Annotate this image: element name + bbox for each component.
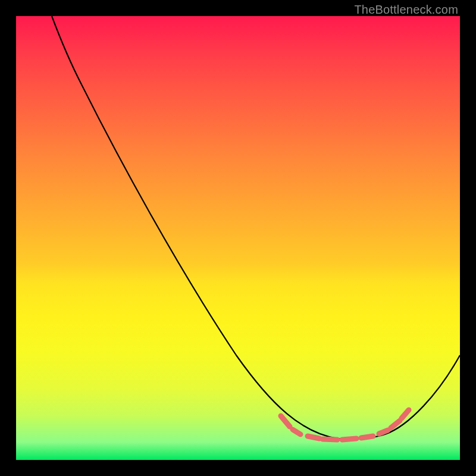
curve-marker — [379, 430, 388, 434]
curve-marker — [391, 421, 400, 428]
curve-marker — [281, 416, 290, 427]
curve-marker — [293, 430, 300, 434]
chart-container: TheBottleneck.com — [0, 0, 476, 476]
curve-marker — [402, 410, 409, 418]
curve-marker — [361, 436, 373, 438]
watermark-text: TheBottleneck.com — [354, 3, 458, 17]
bottleneck-curve — [52, 16, 460, 439]
chart-svg — [16, 16, 460, 460]
curve-marker — [342, 439, 356, 440]
curve-marker — [308, 436, 320, 439]
curve-marker — [322, 439, 337, 440]
